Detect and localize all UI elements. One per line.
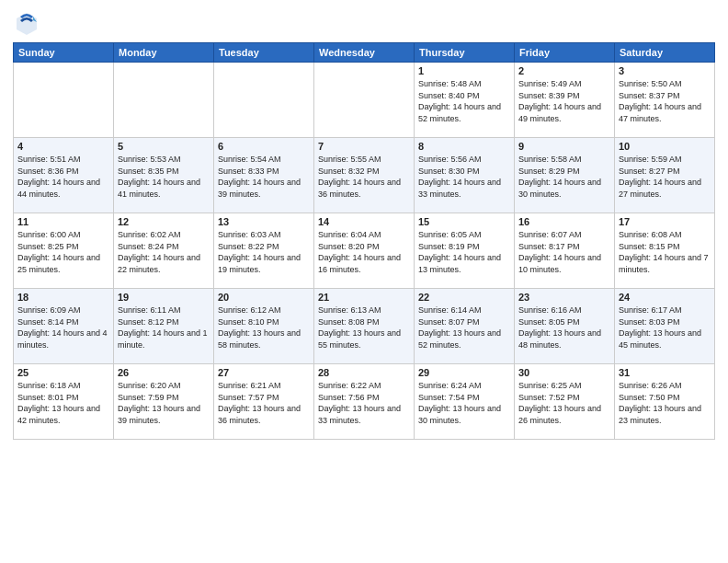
week-row-4: 18Sunrise: 6:09 AM Sunset: 8:14 PM Dayli… [14,289,715,364]
day-cell: 26Sunrise: 6:20 AM Sunset: 7:59 PM Dayli… [114,364,214,440]
day-info: Sunrise: 5:59 AM Sunset: 8:27 PM Dayligh… [619,154,711,200]
day-cell: 17Sunrise: 6:08 AM Sunset: 8:15 PM Dayli… [615,213,715,289]
weekday-header-friday: Friday [515,43,615,63]
day-cell: 28Sunrise: 6:22 AM Sunset: 7:56 PM Dayli… [314,364,415,440]
day-cell: 9Sunrise: 5:58 AM Sunset: 8:29 PM Daylig… [515,138,615,213]
day-number: 15 [418,216,510,227]
day-cell: 30Sunrise: 6:25 AM Sunset: 7:52 PM Dayli… [515,364,615,440]
day-info: Sunrise: 6:08 AM Sunset: 8:15 PM Dayligh… [619,229,711,275]
page: SundayMondayTuesdayWednesdayThursdayFrid… [0,0,728,563]
day-cell: 19Sunrise: 6:11 AM Sunset: 8:12 PM Dayli… [114,289,214,364]
day-info: Sunrise: 5:55 AM Sunset: 8:32 PM Dayligh… [318,154,410,200]
day-number: 9 [518,141,610,152]
day-cell: 3Sunrise: 5:50 AM Sunset: 8:37 PM Daylig… [615,63,715,138]
day-cell: 24Sunrise: 6:17 AM Sunset: 8:03 PM Dayli… [615,289,715,364]
day-cell: 23Sunrise: 6:16 AM Sunset: 8:05 PM Dayli… [515,289,615,364]
day-cell: 31Sunrise: 6:26 AM Sunset: 7:50 PM Dayli… [615,364,715,440]
day-number: 31 [619,367,711,378]
day-info: Sunrise: 6:07 AM Sunset: 8:17 PM Dayligh… [518,229,610,275]
day-info: Sunrise: 6:24 AM Sunset: 7:54 PM Dayligh… [418,380,510,426]
day-info: Sunrise: 6:26 AM Sunset: 7:50 PM Dayligh… [619,380,711,426]
day-info: Sunrise: 6:09 AM Sunset: 8:14 PM Dayligh… [17,304,109,350]
day-number: 19 [118,292,210,303]
day-cell [14,63,114,138]
day-info: Sunrise: 6:04 AM Sunset: 8:20 PM Dayligh… [318,229,410,275]
day-info: Sunrise: 6:21 AM Sunset: 7:57 PM Dayligh… [218,380,310,426]
day-number: 7 [318,141,410,152]
day-cell: 10Sunrise: 5:59 AM Sunset: 8:27 PM Dayli… [615,138,715,213]
day-number: 18 [17,292,109,303]
week-row-5: 25Sunrise: 6:18 AM Sunset: 8:01 PM Dayli… [14,364,715,440]
day-info: Sunrise: 5:53 AM Sunset: 8:35 PM Dayligh… [118,154,210,200]
day-cell: 5Sunrise: 5:53 AM Sunset: 8:35 PM Daylig… [114,138,214,213]
week-row-2: 4Sunrise: 5:51 AM Sunset: 8:36 PM Daylig… [14,138,715,213]
header [13,9,715,37]
day-number: 2 [518,65,610,76]
day-info: Sunrise: 5:49 AM Sunset: 8:39 PM Dayligh… [518,78,610,124]
calendar-table: SundayMondayTuesdayWednesdayThursdayFrid… [13,42,715,440]
day-info: Sunrise: 6:05 AM Sunset: 8:19 PM Dayligh… [418,229,510,275]
day-number: 3 [619,65,711,76]
day-number: 29 [418,367,510,378]
day-cell [214,63,314,138]
day-number: 1 [418,65,510,76]
day-cell: 22Sunrise: 6:14 AM Sunset: 8:07 PM Dayli… [415,289,515,364]
day-info: Sunrise: 5:50 AM Sunset: 8:37 PM Dayligh… [619,78,711,124]
day-number: 23 [518,292,610,303]
day-info: Sunrise: 6:03 AM Sunset: 8:22 PM Dayligh… [218,229,310,275]
day-info: Sunrise: 5:58 AM Sunset: 8:29 PM Dayligh… [518,154,610,200]
day-info: Sunrise: 6:17 AM Sunset: 8:03 PM Dayligh… [619,304,711,350]
day-number: 16 [518,216,610,227]
day-cell: 27Sunrise: 6:21 AM Sunset: 7:57 PM Dayli… [214,364,314,440]
day-cell: 16Sunrise: 6:07 AM Sunset: 8:17 PM Dayli… [515,213,615,289]
day-number: 30 [518,367,610,378]
day-number: 11 [17,216,109,227]
weekday-header-saturday: Saturday [615,43,715,63]
day-number: 26 [118,367,210,378]
day-cell: 7Sunrise: 5:55 AM Sunset: 8:32 PM Daylig… [314,138,415,213]
day-cell: 1Sunrise: 5:48 AM Sunset: 8:40 PM Daylig… [415,63,515,138]
weekday-header-monday: Monday [114,43,214,63]
day-number: 8 [418,141,510,152]
weekday-header-sunday: Sunday [14,43,114,63]
day-cell: 15Sunrise: 6:05 AM Sunset: 8:19 PM Dayli… [415,213,515,289]
day-info: Sunrise: 6:11 AM Sunset: 8:12 PM Dayligh… [118,304,210,350]
day-number: 28 [318,367,410,378]
day-info: Sunrise: 6:00 AM Sunset: 8:25 PM Dayligh… [17,229,109,275]
logo [13,9,44,37]
day-cell: 4Sunrise: 5:51 AM Sunset: 8:36 PM Daylig… [14,138,114,213]
day-cell: 25Sunrise: 6:18 AM Sunset: 8:01 PM Dayli… [14,364,114,440]
day-cell: 20Sunrise: 6:12 AM Sunset: 8:10 PM Dayli… [214,289,314,364]
day-cell: 18Sunrise: 6:09 AM Sunset: 8:14 PM Dayli… [14,289,114,364]
day-cell: 12Sunrise: 6:02 AM Sunset: 8:24 PM Dayli… [114,213,214,289]
weekday-header-row: SundayMondayTuesdayWednesdayThursdayFrid… [14,43,715,63]
day-number: 13 [218,216,310,227]
svg-marker-0 [17,13,37,35]
day-cell: 13Sunrise: 6:03 AM Sunset: 8:22 PM Dayli… [214,213,314,289]
day-info: Sunrise: 6:25 AM Sunset: 7:52 PM Dayligh… [518,380,610,426]
day-number: 10 [619,141,711,152]
day-info: Sunrise: 6:13 AM Sunset: 8:08 PM Dayligh… [318,304,410,350]
day-cell: 29Sunrise: 6:24 AM Sunset: 7:54 PM Dayli… [415,364,515,440]
day-number: 5 [118,141,210,152]
week-row-1: 1Sunrise: 5:48 AM Sunset: 8:40 PM Daylig… [14,63,715,138]
day-cell: 14Sunrise: 6:04 AM Sunset: 8:20 PM Dayli… [314,213,415,289]
day-cell [314,63,415,138]
day-info: Sunrise: 5:56 AM Sunset: 8:30 PM Dayligh… [418,154,510,200]
day-number: 25 [17,367,109,378]
day-number: 6 [218,141,310,152]
day-number: 22 [418,292,510,303]
logo-icon [13,9,40,37]
day-info: Sunrise: 5:48 AM Sunset: 8:40 PM Dayligh… [418,78,510,124]
day-number: 14 [318,216,410,227]
day-cell [114,63,214,138]
day-info: Sunrise: 5:54 AM Sunset: 8:33 PM Dayligh… [218,154,310,200]
day-number: 20 [218,292,310,303]
day-info: Sunrise: 6:12 AM Sunset: 8:10 PM Dayligh… [218,304,310,350]
weekday-header-wednesday: Wednesday [314,43,415,63]
week-row-3: 11Sunrise: 6:00 AM Sunset: 8:25 PM Dayli… [14,213,715,289]
day-info: Sunrise: 6:16 AM Sunset: 8:05 PM Dayligh… [518,304,610,350]
day-number: 27 [218,367,310,378]
day-number: 17 [619,216,711,227]
day-info: Sunrise: 6:22 AM Sunset: 7:56 PM Dayligh… [318,380,410,426]
